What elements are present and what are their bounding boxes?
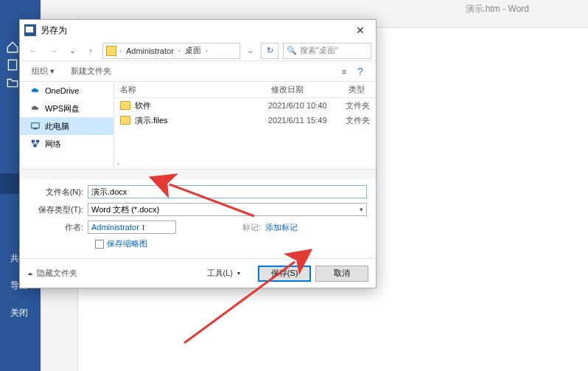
sidebar-item-wps[interactable]: WPS网盘 [20,100,113,117]
filetype-label: 保存类型(T): [29,204,88,215]
open-icon[interactable] [6,76,19,89]
new-icon[interactable] [6,58,19,72]
cancel-button[interactable]: 取消 [315,266,368,282]
file-list: 名称 修改日期 类型 软件 2021/6/10 10:40 文件夹 演示.fil… [114,82,376,169]
save-as-dialog: 另存为 ✕ ← → ⌄ ↑ › Administrator › 桌面 › ⌄ ↻… [19,19,377,288]
thumbnail-checkbox[interactable] [95,240,104,249]
word-title: 演示.htm - Word [466,3,529,15]
new-folder-button[interactable]: 新建文件夹 [66,64,116,78]
sidebar-item-onedrive[interactable]: OneDrive [20,82,113,100]
file-list-header: 名称 修改日期 类型 [114,82,376,98]
column-date[interactable]: 修改日期 [265,84,343,95]
nav-back-button[interactable]: ← [24,43,42,59]
hide-folders-button[interactable]: 隐藏文件夹 [27,268,77,279]
folder-icon [106,46,116,56]
breadcrumb[interactable]: 桌面 [183,45,203,56]
svg-rect-5 [33,145,36,148]
save-button[interactable]: 保存(S) [258,266,311,282]
breadcrumb[interactable]: Administrator [125,46,175,55]
navigation-bar: ← → ⌄ ↑ › Administrator › 桌面 › ⌄ ↻ 🔍 搜索"… [20,41,376,61]
navigation-pane: OneDrive WPS网盘 此电脑 网络 [20,82,114,169]
author-input[interactable]: Administrator I [88,221,176,234]
help-button[interactable]: ? [352,64,368,79]
word-icon [24,24,36,36]
address-bar[interactable]: › Administrator › 桌面 › [102,43,240,59]
view-button[interactable]: ≡ [336,64,352,79]
toolbar: 组织 ▾ 新建文件夹 ≡ ? [20,61,376,82]
dialog-title: 另存为 [41,24,349,37]
add-tags-link[interactable]: 添加标记 [265,222,298,233]
dialog-titlebar: 另存为 ✕ [20,20,376,41]
search-icon: 🔍 [287,46,297,55]
search-input[interactable]: 🔍 搜索"桌面" [283,43,371,59]
address-dropdown[interactable]: ⌄ [243,46,256,55]
nav-up-button[interactable]: ↑ [82,43,99,59]
sidebar-close[interactable]: 关闭 [0,299,41,327]
computer-icon [30,121,41,131]
folder-icon [120,116,130,125]
table-row[interactable]: 演示.files 2021/6/11 15:49 文件夹 [114,113,376,128]
sidebar-item-thispc[interactable]: 此电脑 [20,117,113,135]
svg-rect-0 [8,60,16,70]
scrollbar[interactable] [20,169,376,179]
refresh-button[interactable]: ↻ [261,43,279,59]
cloud-icon [30,86,41,96]
svg-rect-3 [32,140,35,143]
author-label: 作者: [29,222,88,233]
table-row[interactable]: 软件 2021/6/10 10:40 文件夹 [114,98,376,113]
svg-rect-4 [36,140,39,143]
svg-rect-2 [33,128,37,130]
filetype-select[interactable]: Word 文档 (*.docx) [88,203,367,216]
tools-menu[interactable]: 工具(L) [201,266,246,281]
svg-rect-1 [32,123,40,128]
fields-area: 文件名(N): 保存类型(T): Word 文档 (*.docx) 作者: Ad… [20,179,376,258]
dialog-footer: 隐藏文件夹 工具(L) 保存(S) 取消 [20,258,376,288]
network-icon [30,139,41,149]
tags-label: 标记: [242,222,265,233]
scroll-left-indicator: ‹ [117,160,119,167]
dialog-body: OneDrive WPS网盘 此电脑 网络 名称 修改日期 类型 [20,82,376,169]
home-icon[interactable] [6,41,19,54]
nav-forward-button[interactable]: → [45,43,63,59]
close-button[interactable]: ✕ [349,21,371,39]
nav-history-dropdown[interactable]: ⌄ [66,46,79,55]
folder-icon [120,101,130,110]
organize-menu[interactable]: 组织 ▾ [27,64,59,78]
cloud-icon [30,103,41,114]
thumbnail-label: 保存缩略图 [107,238,147,249]
column-type[interactable]: 类型 [343,84,376,95]
filename-input[interactable] [88,185,367,198]
column-name[interactable]: 名称 [114,84,265,95]
sidebar-item-network[interactable]: 网络 [20,135,113,153]
filename-label: 文件名(N): [29,187,88,198]
